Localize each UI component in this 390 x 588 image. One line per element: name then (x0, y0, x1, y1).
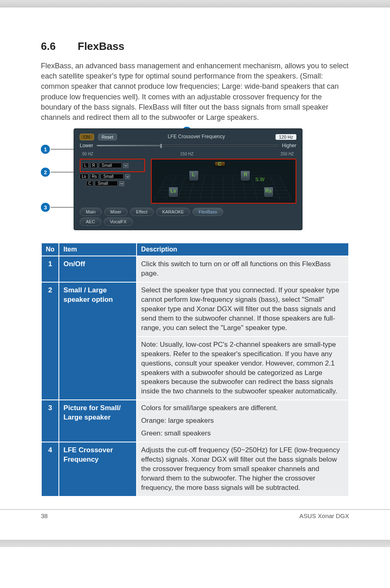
chevron-down-icon[interactable] (119, 181, 124, 186)
vis-sw-label: S.W (255, 177, 264, 182)
spk-lsrs-select[interactable]: Small (101, 174, 123, 179)
tab-vocalfx[interactable]: VocalFX (104, 218, 133, 226)
reset-button[interactable]: Reset (98, 134, 117, 140)
cell-item: On/Off (59, 256, 137, 282)
desc-line: Green: small speakers (141, 429, 344, 438)
cell-no: 1 (41, 256, 59, 282)
spk-r-chip: R (90, 163, 97, 168)
cell-desc: Colors for small/large speakers are diff… (137, 400, 349, 442)
leader-3 (51, 207, 74, 208)
leader-2 (51, 172, 74, 173)
spk-lr-select[interactable]: Small (99, 163, 122, 168)
cell-item: Picture for Small/ Large speaker (59, 400, 137, 442)
spk-rs-chip: Rs (90, 174, 99, 179)
lower-label: Lower (80, 143, 93, 148)
flexbass-panel: ON Reset LFE Crossover Frequency 120 Hz … (74, 128, 303, 230)
th-item: Item (59, 243, 137, 256)
vis-c-label: C (218, 161, 222, 167)
cell-item: LFE Crossover Frequency (59, 442, 137, 496)
chevron-down-icon[interactable] (125, 174, 130, 179)
footer-product: ASUS Xonar DGX (299, 512, 349, 519)
cell-item: Small / Large speaker option (59, 282, 137, 400)
callout-1: 1 (41, 145, 50, 154)
desc-line: Colors for small/large speakers are diff… (141, 404, 344, 413)
spk-l-chip: L (82, 163, 89, 168)
speaker-3d-visual: C L R Ls Rs S.W (151, 159, 296, 204)
table-row: 4 LFE Crossover Frequency Adjusts the cu… (41, 442, 349, 496)
crossover-slider[interactable] (96, 145, 279, 146)
cell-desc: Adjusts the cut-off frequency (50~250Hz)… (137, 442, 349, 496)
tick-250: 250 HZ (280, 152, 294, 156)
tab-aec[interactable]: AEC (80, 218, 101, 226)
chevron-down-icon[interactable] (123, 163, 128, 168)
vis-ls-label: Ls (170, 188, 176, 194)
cell-no: 3 (41, 400, 59, 442)
page-number: 38 (41, 512, 48, 519)
cell-desc: Select the speaker type that you connect… (137, 282, 349, 337)
cell-no: 2 (41, 282, 59, 400)
callout-2: 2 (41, 168, 50, 177)
page-content: 6.6FlexBass FlexBass, an advanced bass m… (0, 7, 390, 540)
speaker-group-highlight: L R Small (80, 159, 145, 172)
page-footer: 38 ASUS Xonar DGX (41, 510, 349, 523)
cell-no: 4 (41, 442, 59, 496)
window-top-bar (0, 0, 390, 7)
table-row: 2 Small / Large speaker option Select th… (41, 282, 349, 337)
vis-r-label: R (244, 172, 247, 177)
feature-table: No Item Description 1 On/Off Click this … (41, 242, 349, 497)
leader-1 (51, 149, 74, 150)
tab-karaoke[interactable]: KARAOKE (156, 208, 190, 216)
crossover-value: 120 Hz (276, 134, 296, 140)
crossover-title: LFE Crossover Frequency (121, 134, 271, 139)
th-no: No (41, 243, 59, 256)
table-header-row: No Item Description (41, 243, 349, 256)
cell-desc: Click this switch to turn on or off all … (137, 256, 349, 282)
screenshot-figure: 1 2 3 4 ON Reset LFE Crossover Frequency… (41, 128, 349, 230)
tab-main[interactable]: Main (80, 208, 102, 216)
spk-c-select[interactable]: Small (95, 181, 118, 186)
vis-l-label: L (192, 172, 195, 177)
section-name: FlexBass (78, 40, 124, 52)
cell-desc-note: Note: Usually, low-cost PC's 2-channel s… (137, 337, 349, 400)
callout-3: 3 (41, 203, 50, 212)
tab-effect[interactable]: Effect (130, 208, 154, 216)
tick-50: 50 HZ (82, 152, 93, 156)
on-toggle[interactable]: ON (80, 134, 94, 140)
tab-bar: Main Mixer Effect KARAOKE FlexBass (80, 208, 296, 216)
section-title: 6.6FlexBass (41, 40, 349, 53)
table-row: 3 Picture for Small/ Large speaker Color… (41, 400, 349, 442)
tab-flexbass[interactable]: FlexBass (193, 208, 223, 216)
speaker-controls: L R Small Ls Rs Small C Sma (80, 159, 145, 188)
tab-mixer[interactable]: Mixer (104, 208, 128, 216)
spk-ls-chip: Ls (80, 174, 88, 179)
th-desc: Description (137, 243, 349, 256)
spk-c-chip: C (86, 181, 93, 186)
higher-label: Higher (282, 143, 296, 148)
desc-line: Orange: large speakers (141, 416, 344, 426)
section-number: 6.6 (41, 40, 78, 53)
vis-rs-label: Rs (265, 188, 271, 194)
intro-paragraph: FlexBass, an advanced bass management an… (41, 61, 349, 123)
window-bottom-bar (0, 540, 390, 547)
tick-150: 150 HZ (180, 152, 194, 156)
table-row: 1 On/Off Click this switch to turn on or… (41, 256, 349, 282)
